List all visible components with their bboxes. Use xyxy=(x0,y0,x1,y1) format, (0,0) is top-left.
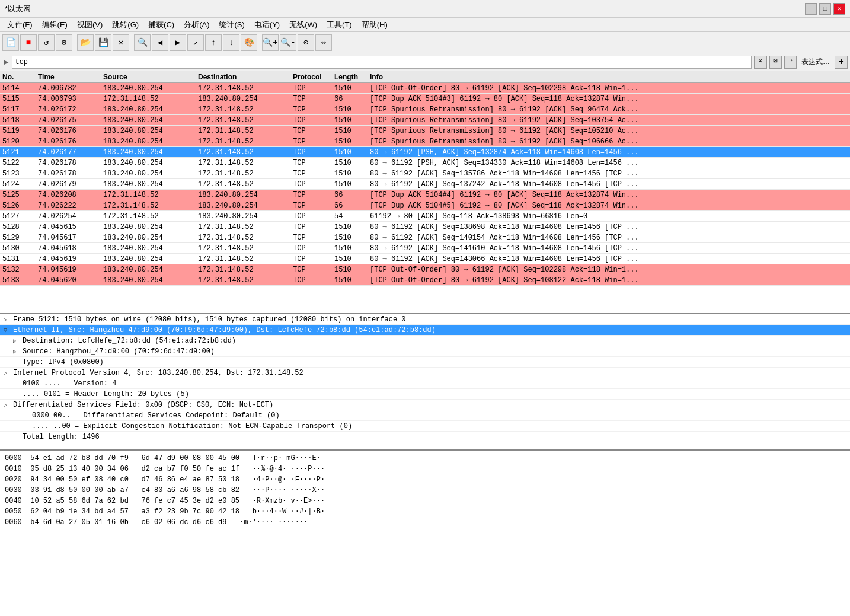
detail-row[interactable]: 0000 00.. = Differentiated Services Code… xyxy=(0,410,850,421)
maximize-button[interactable]: □ xyxy=(819,3,831,15)
packet-cell: 183.240.80.254 xyxy=(101,244,196,253)
detail-pane[interactable]: ▷Frame 5121: 1510 bytes on wire (12080 b… xyxy=(0,314,850,451)
detail-text: Ethernet II, Src: Hangzhou_47:d9:00 (70:… xyxy=(13,326,436,334)
go-to-button[interactable]: ↗ xyxy=(187,34,204,51)
close-button2[interactable]: ✕ xyxy=(113,34,129,51)
packet-cell: TCP xyxy=(290,170,332,178)
packet-row[interactable]: 512474.026179183.240.80.254172.31.148.52… xyxy=(0,179,850,190)
packet-cell: 183.240.80.254 xyxy=(196,212,290,221)
filter-input[interactable] xyxy=(12,56,752,69)
packet-row[interactable]: 512274.026178183.240.80.254172.31.148.52… xyxy=(0,158,850,168)
go-forward-button[interactable]: ▶ xyxy=(170,34,186,51)
menu-capture[interactable]: 捕获(C) xyxy=(143,18,179,31)
packet-row[interactable]: 512574.026208172.31.148.52183.240.80.254… xyxy=(0,190,850,200)
packet-cell: 1510 xyxy=(332,255,368,263)
search-button[interactable]: 🔍 xyxy=(134,34,151,51)
packet-cell: 172.31.148.52 xyxy=(196,255,290,263)
packet-row[interactable]: 511474.006782183.240.80.254172.31.148.52… xyxy=(0,83,850,94)
menu-phone[interactable]: 电话(Y) xyxy=(250,18,285,31)
detail-text: Type: IPv4 (0x0800) xyxy=(23,358,104,366)
stop-button[interactable]: ■ xyxy=(20,34,37,51)
filter-icon: ▶ xyxy=(2,56,9,68)
filter-bookmark-button[interactable]: ⊠ xyxy=(769,56,782,69)
detail-row[interactable]: ▽Ethernet II, Src: Hangzhou_47:d9:00 (70… xyxy=(0,325,850,336)
menu-edit[interactable]: 编辑(E) xyxy=(37,18,72,31)
packet-row[interactable]: 513174.045619183.240.80.254172.31.148.52… xyxy=(0,254,850,264)
menu-wireless[interactable]: 无线(W) xyxy=(285,18,322,31)
open-button[interactable]: 📂 xyxy=(77,34,94,51)
zoom-reset-button[interactable]: ⊙ xyxy=(298,34,314,51)
packet-cell: 61192 → 80 [ACK] Seq=118 Ack=138698 Win=… xyxy=(368,212,850,221)
restart-button[interactable]: ↺ xyxy=(38,34,55,51)
packet-cell: TCP xyxy=(290,255,332,263)
packet-row[interactable]: 512674.026222172.31.148.52183.240.80.254… xyxy=(0,200,850,211)
packet-cell: 1510 xyxy=(332,234,368,242)
colorize-button[interactable]: 🎨 xyxy=(241,34,257,51)
menu-view[interactable]: 视图(V) xyxy=(72,18,107,31)
packet-cell: 5119 xyxy=(0,127,36,135)
expression-label[interactable]: 表达式… xyxy=(799,57,832,67)
packet-cell: 183.240.80.254 xyxy=(101,223,196,231)
detail-row[interactable]: ▷Source: Hangzhou_47:d9:00 (70:f9:6d:47:… xyxy=(0,346,850,357)
menu-file[interactable]: 文件(F) xyxy=(2,18,37,31)
title-bar: *以太网 — □ ✕ xyxy=(0,0,850,18)
capture-options[interactable]: ⚙ xyxy=(56,34,72,51)
detail-row[interactable]: 0100 .... = Version: 4 xyxy=(0,378,850,389)
packet-row[interactable]: 513074.045618183.240.80.254172.31.148.52… xyxy=(0,243,850,254)
packet-cell: 66 xyxy=(332,191,368,199)
menu-tools[interactable]: 工具(T) xyxy=(322,18,357,31)
minimize-button[interactable]: — xyxy=(805,3,817,15)
detail-row[interactable]: Total Length: 1496 xyxy=(0,432,850,442)
menu-stats[interactable]: 统计(S) xyxy=(214,18,249,31)
window-controls[interactable]: — □ ✕ xyxy=(805,3,845,15)
detail-row[interactable]: ▷Frame 5121: 1510 bytes on wire (12080 b… xyxy=(0,314,850,325)
packet-row[interactable]: 512074.026176183.240.80.254172.31.148.52… xyxy=(0,136,850,147)
packet-row[interactable]: 512974.045617183.240.80.254172.31.148.52… xyxy=(0,232,850,243)
packet-cell: 74.006793 xyxy=(36,95,101,103)
packet-cell: 172.31.148.52 xyxy=(196,106,290,114)
detail-text: Destination: LcfcHefe_72:b8:dd (54:e1:ad… xyxy=(23,337,236,345)
new-button[interactable]: 📄 xyxy=(2,34,19,51)
menu-help[interactable]: 帮助(H) xyxy=(357,18,392,31)
next-button[interactable]: ↓ xyxy=(223,34,239,51)
filter-apply-button[interactable]: → xyxy=(784,56,797,69)
packet-row[interactable]: 512774.026254172.31.148.52183.240.80.254… xyxy=(0,211,850,222)
packet-cell: 74.026179 xyxy=(36,180,101,189)
packet-cell: 183.240.80.254 xyxy=(101,234,196,242)
packet-row[interactable]: 513374.045620183.240.80.254172.31.148.52… xyxy=(0,275,850,286)
toolbar: 📄 ■ ↺ ⚙ 📂 💾 ✕ 🔍 ◀ ▶ ↗ ↑ ↓ 🎨 🔍+ 🔍- ⊙ ⇔ xyxy=(0,32,850,53)
packet-cell: 74.026208 xyxy=(36,191,101,199)
packet-row[interactable]: 512174.026177183.240.80.254172.31.148.52… xyxy=(0,147,850,158)
detail-row[interactable]: ▷Differentiated Services Field: 0x00 (DS… xyxy=(0,400,850,410)
resize-columns-button[interactable]: ⇔ xyxy=(315,34,332,51)
zoom-in-button[interactable]: 🔍+ xyxy=(262,34,279,51)
packet-list[interactable]: No. Time Source Destination Protocol Len… xyxy=(0,71,850,314)
go-back-button[interactable]: ◀ xyxy=(152,34,168,51)
packet-row[interactable]: 511874.026175183.240.80.254172.31.148.52… xyxy=(0,115,850,126)
packet-row[interactable]: 512374.026178183.240.80.254172.31.148.52… xyxy=(0,168,850,179)
packet-cell: 172.31.148.52 xyxy=(196,266,290,274)
detail-row[interactable]: Type: IPv4 (0x0800) xyxy=(0,357,850,368)
window-title: *以太网 xyxy=(5,4,31,14)
menu-analyze[interactable]: 分析(A) xyxy=(179,18,214,31)
detail-row[interactable]: .... 0101 = Header Length: 20 bytes (5) xyxy=(0,389,850,400)
detail-row[interactable]: ▷Internet Protocol Version 4, Src: 183.2… xyxy=(0,368,850,378)
save-button[interactable]: 💾 xyxy=(95,34,111,51)
packet-cell: TCP xyxy=(290,95,332,103)
zoom-out-button[interactable]: 🔍- xyxy=(280,34,296,51)
detail-row[interactable]: .... ..00 = Explicit Congestion Notifica… xyxy=(0,421,850,432)
expand-icon: ▷ xyxy=(4,315,13,325)
prev-button[interactable]: ↑ xyxy=(205,34,222,51)
packet-row[interactable]: 511574.006793172.31.148.52183.240.80.254… xyxy=(0,94,850,104)
filter-clear-button[interactable]: ✕ xyxy=(754,56,766,69)
packet-cell: 1510 xyxy=(332,159,368,167)
menu-goto[interactable]: 跳转(G) xyxy=(107,18,143,31)
detail-row[interactable]: ▷Destination: LcfcHefe_72:b8:dd (54:e1:a… xyxy=(0,336,850,346)
close-button[interactable]: ✕ xyxy=(833,3,845,15)
packet-row[interactable]: 512874.045615183.240.80.254172.31.148.52… xyxy=(0,222,850,232)
packet-row[interactable]: 513274.045619183.240.80.254172.31.148.52… xyxy=(0,264,850,275)
add-filter-button[interactable]: + xyxy=(835,56,848,69)
packet-row[interactable]: 511774.026172183.240.80.254172.31.148.52… xyxy=(0,104,850,115)
expand-icon: ▷ xyxy=(13,336,23,346)
packet-row[interactable]: 511974.026176183.240.80.254172.31.148.52… xyxy=(0,126,850,136)
